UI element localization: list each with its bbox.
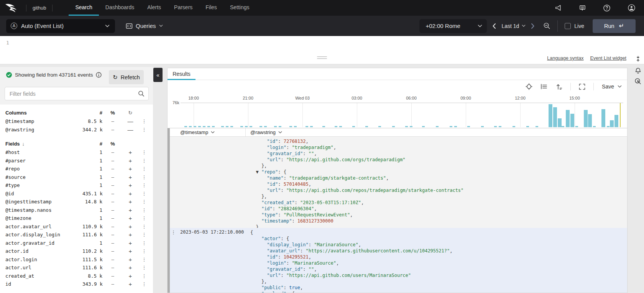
event-row[interactable]: "id": 72768132, "login": "tradeparadigm"…	[168, 137, 627, 228]
field-menu-icon[interactable]: ⋮	[139, 257, 149, 262]
nav-tab-alerts[interactable]: Alerts	[141, 0, 168, 16]
collapse-editor-icon[interactable]	[636, 56, 641, 62]
field-row[interactable]: #parser 1 – + ⋮	[5, 157, 149, 165]
histogram-bar[interactable]	[584, 110, 588, 127]
field-menu-icon[interactable]: ⋮	[139, 191, 149, 196]
nav-tab-search[interactable]: Search	[69, 0, 99, 16]
field-row[interactable]: #type 1 – + ⋮	[5, 181, 149, 190]
crowdstrike-logo-icon[interactable]	[5, 3, 20, 13]
info-icon[interactable]	[96, 72, 102, 78]
view-selector-dropdown[interactable]: A Auto (Event List)	[6, 19, 115, 33]
nav-tab-parsers[interactable]: Parsers	[168, 0, 199, 16]
field-menu-icon[interactable]: ⋮	[139, 149, 149, 155]
user-avatar-icon[interactable]	[628, 4, 636, 12]
field-row[interactable]: #repo 1 – + ⋮	[5, 165, 149, 173]
event-list-widget-link[interactable]: Event List widget	[590, 56, 627, 61]
filter-fields-input[interactable]	[10, 91, 138, 97]
help-icon[interactable]	[603, 4, 611, 12]
live-checkbox[interactable]	[565, 23, 571, 29]
histogram-bar[interactable]	[588, 114, 592, 127]
fullscreen-icon[interactable]	[579, 83, 585, 90]
field-menu-icon[interactable]: ⋮	[139, 273, 149, 279]
event-histogram[interactable]: 76k 18:0021:00Wed 0303:0006:0009:0012:00…	[168, 93, 627, 128]
inspect-point-icon[interactable]	[526, 83, 532, 90]
add-field-button[interactable]: +	[122, 157, 139, 164]
refetch-button[interactable]: ↻ Refetch	[109, 70, 144, 84]
queries-dropdown[interactable]: Queries	[126, 23, 163, 29]
refresh-columns-icon[interactable]: ↻	[122, 110, 139, 116]
save-dropdown[interactable]: Save	[602, 83, 622, 90]
histogram-bar[interactable]	[558, 118, 562, 127]
histogram-bar[interactable]	[566, 110, 570, 127]
add-field-button[interactable]: +	[122, 182, 139, 188]
add-field-button[interactable]: +	[122, 223, 139, 230]
field-menu-icon[interactable]: ⋮	[139, 207, 149, 213]
event-menu-icon[interactable]: ⋮	[171, 229, 176, 235]
field-row[interactable]: @timestamp.nanos 1 – + ⋮	[5, 206, 149, 214]
notifications-bell-icon[interactable]	[635, 67, 641, 74]
field-row[interactable]: actor.display_login 111.6 k – + ⋮	[5, 231, 149, 239]
field-row[interactable]: created_at 8.5 k – + ⋮	[5, 272, 149, 280]
field-row[interactable]: @timezone 1 – + ⋮	[5, 214, 149, 223]
histogram-bar[interactable]	[614, 115, 618, 127]
field-row[interactable]: id 343.9 k – + ⋮	[5, 280, 149, 288]
add-field-button[interactable]: +	[122, 231, 139, 238]
add-field-button[interactable]: +	[122, 264, 139, 271]
field-menu-icon[interactable]: ⋮	[139, 248, 149, 254]
editor-resize-handle[interactable]	[317, 55, 327, 59]
timestamp-column-header[interactable]: @timestamp	[177, 128, 246, 136]
field-menu-icon[interactable]: ⋮	[139, 199, 149, 205]
field-menu-icon[interactable]: ⋮	[139, 224, 149, 229]
feedback-icon[interactable]	[579, 4, 586, 11]
histogram-bar[interactable]	[553, 107, 557, 127]
field-menu-icon[interactable]: ⋮	[139, 118, 149, 124]
add-field-button[interactable]: +	[122, 207, 139, 213]
time-forward-icon[interactable]	[531, 23, 535, 29]
tab-results[interactable]: Results	[168, 68, 196, 80]
field-row[interactable]: @timestamp 8.5 k – — ⋮	[5, 117, 149, 126]
time-back-icon[interactable]	[492, 23, 496, 29]
field-row[interactable]: actor.avatar_url 110.9 k – + ⋮	[5, 223, 149, 231]
nav-tab-files[interactable]: Files	[199, 0, 223, 16]
search-interactions-icon[interactable]	[634, 78, 641, 85]
field-row[interactable]: #host 1 – + ⋮	[5, 148, 149, 157]
add-field-button[interactable]: +	[122, 149, 139, 156]
language-syntax-link[interactable]: Language syntax	[547, 56, 583, 61]
field-row[interactable]: #source 1 – + ⋮	[5, 173, 149, 182]
repository-name[interactable]: github	[33, 5, 46, 11]
field-row[interactable]: actor.id 110.2 k – + ⋮	[5, 247, 149, 255]
field-menu-icon[interactable]: ⋮	[139, 232, 149, 237]
field-menu-icon[interactable]: ⋮	[139, 166, 149, 172]
histogram-bar[interactable]	[601, 109, 605, 127]
field-row[interactable]: @rawstring 344.2 k – — ⋮	[5, 126, 149, 134]
add-field-button[interactable]: +	[122, 174, 139, 180]
event-row[interactable]: ⋮ 2023-05-03 17:22:10.000 { "actor": { "…	[168, 228, 627, 293]
sort-order-icon[interactable]	[555, 83, 562, 90]
nav-tab-dashboards[interactable]: Dashboards	[99, 0, 141, 16]
add-field-button[interactable]: +	[122, 256, 139, 263]
collapse-sidebar-button[interactable]: «	[153, 68, 163, 82]
field-menu-icon[interactable]: ⋮	[139, 174, 149, 180]
field-menu-icon[interactable]: ⋮	[139, 281, 149, 287]
add-field-button[interactable]: +	[122, 215, 139, 221]
run-button[interactable]: Run ↵	[593, 19, 636, 33]
table-scrollbar[interactable]	[168, 128, 170, 293]
zoom-out-time-icon[interactable]	[543, 22, 550, 29]
field-row[interactable]: actor.gravatar_id 1 – + ⋮	[5, 239, 149, 247]
align-rows-icon[interactable]	[540, 83, 547, 90]
time-range-dropdown[interactable]: Last 1d	[501, 23, 526, 29]
field-menu-icon[interactable]: ⋮	[139, 215, 149, 221]
field-row[interactable]: actor.login 111.5 k – + ⋮	[5, 255, 149, 264]
field-menu-icon[interactable]: ⋮	[139, 127, 149, 133]
add-field-button[interactable]: +	[122, 273, 139, 279]
timezone-dropdown[interactable]: +02:00 Rome	[419, 19, 487, 33]
add-field-button[interactable]: +	[122, 190, 139, 197]
add-field-button[interactable]: +	[122, 198, 139, 205]
query-editor[interactable]: 1 Language syntax Event List widget	[0, 36, 644, 64]
nav-tab-settings[interactable]: Settings	[223, 0, 256, 16]
field-row[interactable]: @id 435.1 k – + ⋮	[5, 190, 149, 198]
field-row[interactable]: actor.url 111.6 k – + ⋮	[5, 264, 149, 272]
remove-column-indicator[interactable]: —	[122, 126, 139, 133]
field-menu-icon[interactable]: ⋮	[139, 182, 149, 188]
field-row[interactable]: @ingesttimestamp 14.8 k – + ⋮	[5, 198, 149, 206]
